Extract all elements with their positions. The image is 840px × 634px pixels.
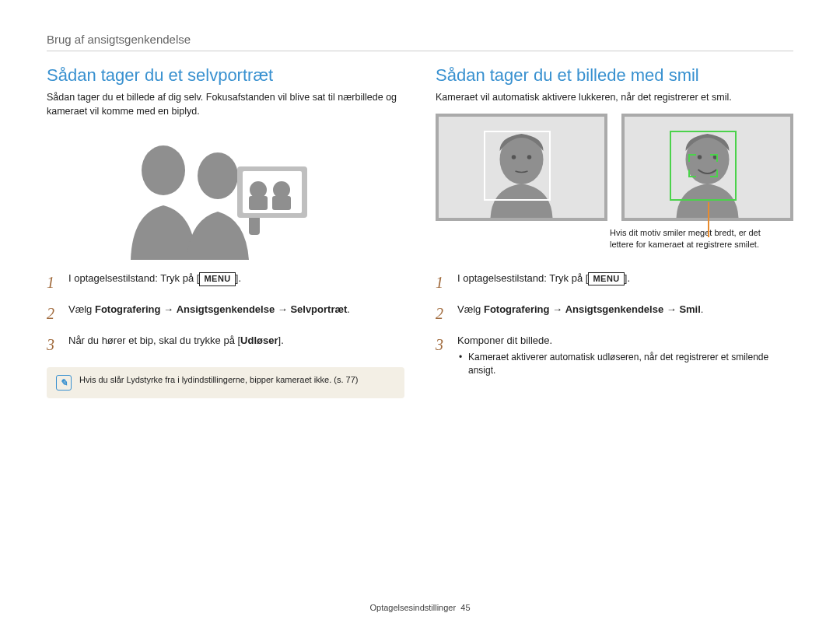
selfportrait-illustration: [109, 128, 342, 260]
right-heading: Sådan tager du et billede med smil: [436, 65, 793, 86]
step-text-bold: Ansigtsgenkendelse: [177, 303, 275, 315]
step-bullet: Kameraet aktiverer automatisk udløseren,…: [457, 351, 793, 377]
menu-button-label: MENU: [199, 272, 235, 285]
footer-page-number: 45: [460, 603, 470, 612]
right-steps: 1 I optagelsestilstand: Tryk på [MENU]. …: [436, 271, 793, 377]
note-text: Hvis du slår Lydstyrke fra i lydindstill…: [79, 375, 358, 384]
step-text: Komponer dit billede.: [457, 335, 552, 346]
step-number: 2: [436, 302, 450, 325]
menu-button-label: MENU: [588, 272, 624, 285]
two-column-layout: Sådan tager du et selvportræt Sådan tage…: [47, 65, 793, 398]
step-text: I optagelsestilstand: Tryk på [: [457, 272, 588, 284]
step-text-bold: Fotografering: [484, 303, 550, 315]
footer-section: Optagelsesindstillinger: [369, 603, 456, 612]
left-steps: 1 I optagelsestilstand: Tryk på [MENU]. …: [47, 271, 404, 356]
svg-point-1: [198, 152, 238, 199]
manual-page: Brug af ansigtsgenkendelse Sådan tager d…: [0, 0, 840, 634]
step-text-bold: Smil: [679, 303, 700, 315]
breadcrumb: Brug af ansigtsgenkendelse: [47, 33, 793, 51]
left-heading: Sådan tager du et selvportræt: [47, 65, 404, 86]
note-box: ✎ Hvis du slår Lydstyrke fra i lydindsti…: [47, 367, 404, 398]
right-column: Sådan tager du et billede med smil Kamer…: [436, 65, 793, 398]
step-item: 2 Vælg Fotografering → Ansigtsgenkendels…: [47, 302, 404, 325]
smile-focus-brackets: [688, 154, 718, 177]
right-intro: Kameraet vil automatisk aktivere lukkere…: [436, 90, 793, 104]
step-text: Vælg: [457, 303, 484, 315]
step-number: 1: [47, 271, 61, 294]
step-number: 3: [436, 333, 450, 356]
step-text: ].: [278, 335, 284, 346]
arrow: →: [275, 303, 290, 315]
step-item: 3 Når du hører et bip, skal du trykke på…: [47, 333, 404, 356]
step-text: Vælg: [68, 303, 95, 315]
arrow: →: [663, 303, 679, 315]
smile-caption: Hvis dit motiv smiler meget bredt, er de…: [610, 227, 773, 250]
left-intro: Sådan tager du et billede af dig selv. F…: [47, 90, 404, 118]
svg-rect-8: [272, 196, 291, 210]
arrow: →: [549, 303, 565, 315]
smile-illustration-row: [436, 114, 793, 221]
step-text-bold: Selvportræt: [290, 303, 347, 315]
step-bullet-list: Kameraet aktiverer automatisk udløseren,…: [457, 351, 793, 377]
step-number: 3: [47, 333, 61, 356]
arrow: →: [160, 303, 176, 315]
face-frame-neutral: [436, 114, 607, 221]
face-detect-rect-active: [670, 131, 737, 201]
step-text-bold: Ansigtsgenkendelse: [565, 303, 663, 315]
face-detect-rect: [484, 131, 551, 201]
step-text: Når du hører et bip, skal du trykke på [: [68, 335, 240, 346]
step-number: 2: [47, 302, 61, 325]
step-text: ].: [625, 272, 630, 284]
svg-point-5: [250, 181, 267, 198]
step-text: .: [701, 303, 704, 315]
svg-point-7: [273, 181, 290, 198]
step-item: 2 Vælg Fotografering → Ansigtsgenkendels…: [436, 302, 793, 325]
page-footer: Optagelsesindstillinger 45: [0, 603, 840, 612]
left-column: Sådan tager du et selvportræt Sådan tage…: [47, 65, 404, 398]
step-text: .: [347, 303, 350, 315]
note-bold: Lydstyrke: [127, 375, 163, 384]
step-item: 3 Komponer dit billede. Kameraet aktiver…: [436, 333, 793, 377]
note-icon: ✎: [56, 375, 72, 391]
face-frame-smile: [621, 114, 793, 221]
step-text: I optagelsestilstand: Tryk på [: [68, 272, 199, 284]
step-item: 1 I optagelsestilstand: Tryk på [MENU].: [47, 271, 404, 294]
svg-point-0: [142, 145, 185, 195]
step-text-bold: Fotografering: [95, 303, 161, 315]
svg-rect-6: [249, 196, 268, 210]
step-number: 1: [436, 271, 450, 294]
step-text-bold: Udløser: [240, 335, 278, 346]
callout-pointer: [708, 202, 709, 237]
step-text: ].: [236, 272, 241, 284]
step-item: 1 I optagelsestilstand: Tryk på [MENU].: [436, 271, 793, 294]
